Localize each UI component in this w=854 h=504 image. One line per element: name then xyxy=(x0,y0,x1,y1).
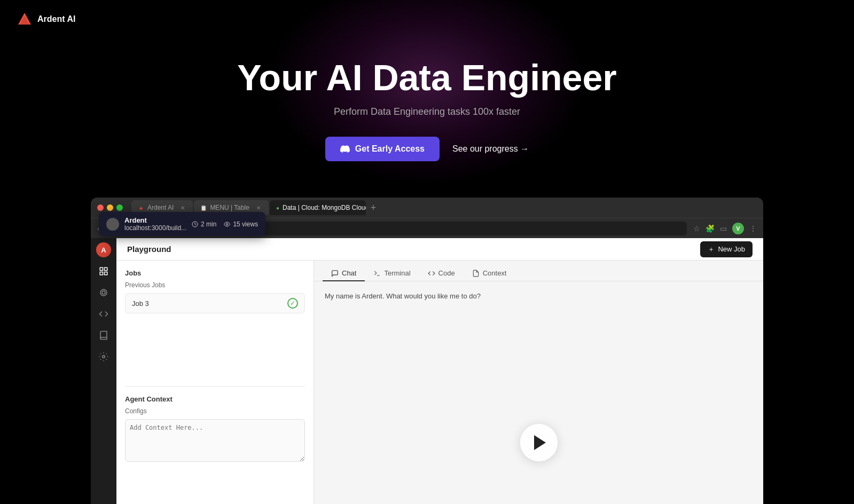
clock-icon xyxy=(192,221,198,227)
progress-label: See our progress → xyxy=(452,144,529,154)
svg-rect-3 xyxy=(105,267,107,270)
hero-subtitle: Perform Data Engineering tasks 100x fast… xyxy=(334,106,520,117)
star-icon[interactable]: ☆ xyxy=(693,224,700,233)
app-header: Playground ＋ New Job xyxy=(116,238,763,261)
sidebar-icons: A xyxy=(91,238,116,504)
code-icon xyxy=(428,270,435,277)
ai-message: My name is Ardent. What would you like m… xyxy=(325,292,753,300)
tab-chat[interactable]: Chat xyxy=(323,266,365,281)
agent-context-label: Agent Context xyxy=(125,395,305,403)
views-stat: 15 views xyxy=(224,220,258,228)
panel-tab-bar: Chat Terminal Code xyxy=(314,261,763,281)
sidebar-icon-code[interactable] xyxy=(94,304,113,324)
tab-context[interactable]: Context xyxy=(464,266,515,281)
svg-rect-5 xyxy=(105,272,107,275)
tab-chat-label: Chat xyxy=(342,269,356,277)
timer-stat: 2 min xyxy=(192,220,216,228)
chat-icon xyxy=(331,270,339,277)
ardent-tooltip-name: Ardent xyxy=(124,216,186,224)
job-check-icon: ✓ xyxy=(287,298,298,309)
main-content: Playground ＋ New Job Jobs Previous Jobs xyxy=(116,238,763,504)
view-stats: 2 min 15 views xyxy=(192,220,258,228)
early-access-button[interactable]: Get Early Access xyxy=(325,137,440,161)
new-job-label: New Job xyxy=(718,245,745,253)
browser-tab-mongodb[interactable]: ● Data | Cloud: MongoDB Cloud ✕ xyxy=(270,200,366,215)
context-textarea[interactable] xyxy=(125,419,305,462)
previous-jobs-label: Previous Jobs xyxy=(125,281,305,289)
panel-content: My name is Ardent. What would you like m… xyxy=(314,281,763,504)
context-icon xyxy=(472,270,480,277)
menu-icon[interactable]: ⋮ xyxy=(749,224,757,233)
app-title: Playground xyxy=(127,245,171,254)
logo-icon xyxy=(16,11,33,28)
close-window-button[interactable] xyxy=(97,204,104,211)
new-job-plus-icon: ＋ xyxy=(708,245,715,254)
new-job-button[interactable]: ＋ New Job xyxy=(700,241,753,257)
tab-code[interactable]: Code xyxy=(419,266,464,281)
discord-icon xyxy=(340,144,350,154)
svg-rect-4 xyxy=(100,272,103,275)
app-content: A xyxy=(91,238,763,504)
ardent-profile-pic xyxy=(106,218,119,231)
tab3-favicon: ● xyxy=(276,205,279,211)
sidebar-icon-jobs[interactable] xyxy=(94,262,113,281)
empty-jobs-space xyxy=(116,322,314,386)
tab-terminal[interactable]: Terminal xyxy=(365,266,419,281)
browser-right-icons: ☆ 🧩 ▭ V ⋮ xyxy=(693,223,757,234)
ardent-tooltip-url: localhost:3000/build... xyxy=(124,224,186,232)
tab1-close[interactable]: ✕ xyxy=(179,204,186,211)
tab-code-label: Code xyxy=(438,269,455,277)
sidebar-icon-camera[interactable] xyxy=(94,283,113,302)
eye-icon xyxy=(224,221,230,227)
tab1-favicon: 🔺 xyxy=(138,205,144,211)
configs-label: Configs xyxy=(125,407,305,415)
svg-point-6 xyxy=(102,291,105,294)
header-right: ＋ New Job xyxy=(700,241,753,257)
play-button[interactable] xyxy=(520,424,558,461)
jobs-label: Jobs xyxy=(125,269,305,277)
browser-window: 🔺 Ardent AI ✕ 📋 MENU | Table ✕ ● Data | … xyxy=(91,198,763,504)
sidebar-icon-book[interactable] xyxy=(94,326,113,345)
jobs-section: Jobs Previous Jobs Job 3 ✓ xyxy=(116,261,314,322)
job-item[interactable]: Job 3 ✓ xyxy=(125,293,305,313)
tab-terminal-label: Terminal xyxy=(384,269,410,277)
views-value: 15 views xyxy=(233,220,258,228)
tab3-label: Data | Cloud: MongoDB Cloud xyxy=(283,204,366,211)
tab2-label: MENU | Table xyxy=(210,204,249,211)
ardent-tooltip: Ardent localhost:3000/build... 2 min 15 … xyxy=(99,212,265,236)
logo-text: Ardent AI xyxy=(37,14,75,24)
svg-point-10 xyxy=(226,223,228,225)
terminal-icon xyxy=(373,270,381,277)
user-avatar[interactable]: V xyxy=(732,223,744,234)
sidebar-icon-settings[interactable] xyxy=(94,347,113,366)
tab2-favicon: 📋 xyxy=(200,205,207,211)
tab2-close[interactable]: ✕ xyxy=(255,204,262,211)
sidebar-avatar[interactable]: A xyxy=(96,242,111,257)
hero-section: Ardent AI Your AI Data Engineer Perform … xyxy=(0,0,854,198)
tab-context-label: Context xyxy=(483,269,507,277)
cast-icon[interactable]: ▭ xyxy=(720,224,727,233)
svg-rect-2 xyxy=(100,267,103,270)
timer-value: 2 min xyxy=(201,220,216,228)
left-panel: Jobs Previous Jobs Job 3 ✓ Agent Context… xyxy=(116,261,314,504)
play-triangle-icon xyxy=(534,435,546,450)
hero-title: Your AI Data Engineer xyxy=(237,58,616,98)
minimize-window-button[interactable] xyxy=(107,204,113,211)
context-section: Agent Context Configs xyxy=(116,387,314,504)
hero-buttons: Get Early Access See our progress → xyxy=(325,137,529,161)
tab1-label: Ardent AI xyxy=(147,204,174,211)
new-tab-button[interactable]: + xyxy=(367,201,380,214)
job-item-label: Job 3 xyxy=(132,300,149,308)
extensions-icon[interactable]: 🧩 xyxy=(706,224,715,233)
logo: Ardent AI xyxy=(16,11,75,28)
progress-button[interactable]: See our progress → xyxy=(452,144,529,154)
maximize-window-button[interactable] xyxy=(116,204,123,211)
window-controls xyxy=(97,204,123,211)
panels-area: Jobs Previous Jobs Job 3 ✓ Agent Context… xyxy=(116,261,763,504)
svg-point-7 xyxy=(103,356,105,358)
early-access-label: Get Early Access xyxy=(355,144,425,154)
right-panel: Chat Terminal Code xyxy=(314,261,763,504)
